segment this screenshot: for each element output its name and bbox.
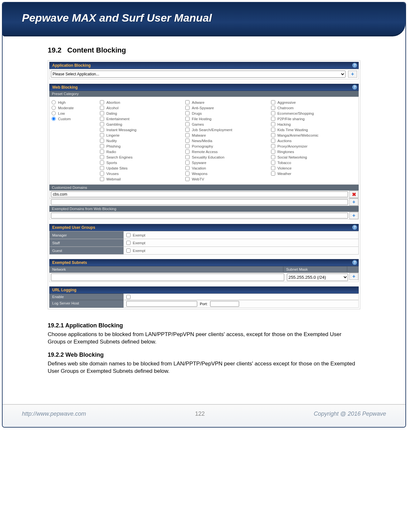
category-option[interactable]: Weather: [271, 171, 356, 176]
section-number: 19.2: [48, 46, 62, 54]
category-option[interactable]: Anti-Spyware: [185, 105, 271, 111]
category-option[interactable]: Hacking: [271, 121, 356, 127]
category-option[interactable]: Aggressive: [271, 100, 356, 105]
remove-domain-button[interactable]: ✖: [349, 191, 358, 198]
category-option[interactable]: Games: [185, 121, 271, 127]
table-row: Staff Exempt: [50, 239, 359, 247]
panel-url-logging: URL Logging Enable Log Server Host Port:: [49, 286, 359, 308]
level-custom[interactable]: Custom: [52, 116, 100, 121]
subsection-1921-title: Application Blocking: [65, 322, 123, 329]
category-option[interactable]: Entertainment: [100, 116, 185, 121]
category-option[interactable]: File Hosting: [185, 116, 271, 121]
category-option[interactable]: Violence: [271, 165, 356, 171]
category-option[interactable]: Adware: [185, 100, 271, 105]
panel-header-exempt-subnets: Exempted Subnets ?: [49, 259, 359, 266]
enable-cell: [123, 294, 359, 300]
table-row: Manager Exempt: [50, 231, 359, 239]
category-option[interactable]: Abortion: [100, 100, 185, 105]
panel-exempt-subnets: Exempted Subnets ? Network Subnet Mask 2…: [49, 259, 359, 282]
category-option[interactable]: Lingerie: [100, 132, 185, 138]
subsection-1922-body: Defines web site domain names to be bloc…: [48, 360, 360, 375]
exempt-staff[interactable]: Exempt: [126, 240, 356, 246]
exempt-guest[interactable]: Exempt: [126, 248, 356, 253]
category-option[interactable]: Vacation: [185, 165, 271, 171]
panel-header-url-logging: URL Logging: [49, 286, 359, 294]
exempted-domain-input[interactable]: [51, 213, 348, 218]
preset-levels-col: High Moderate Low Custom: [52, 100, 100, 182]
footer-url[interactable]: http://www.pepwave.com: [22, 411, 86, 417]
add-subnet-button[interactable]: +: [349, 273, 358, 280]
enable-checkbox[interactable]: [126, 295, 131, 299]
level-low[interactable]: Low: [52, 111, 100, 116]
category-option[interactable]: Viruses: [100, 171, 185, 176]
subnet-input-row: 255.255.255.0 (/24) +: [49, 273, 359, 282]
category-option[interactable]: Weapons: [185, 171, 271, 176]
category-option[interactable]: Search Engines: [100, 154, 185, 160]
category-option[interactable]: Instant Messaging: [100, 127, 185, 132]
panel-title-text: Application Blocking: [52, 63, 91, 68]
section-heading: 19.2 Content Blocking: [48, 46, 360, 54]
category-option[interactable]: Phishing: [100, 143, 185, 149]
category-option[interactable]: Chatroom: [271, 105, 356, 111]
category-option[interactable]: Manga/Anime/Webcomic: [271, 132, 356, 138]
exempted-domains-label: Exempted Domains from Web Blocking: [49, 206, 359, 212]
network-col-header: Network: [49, 266, 283, 273]
category-option[interactable]: Ringtones: [271, 149, 356, 154]
category-option[interactable]: Spyware: [185, 160, 271, 165]
category-option[interactable]: Drugs: [185, 111, 271, 116]
category-option[interactable]: Tobacco: [271, 160, 356, 165]
help-icon[interactable]: ?: [352, 260, 357, 265]
help-icon[interactable]: ?: [352, 85, 357, 90]
custom-domain-input[interactable]: [51, 191, 348, 197]
page-frame: Pepwave MAX and Surf User Manual 19.2 Co…: [2, 2, 406, 428]
category-option[interactable]: Job Search/Employment: [185, 127, 271, 132]
category-grid: AbortionAlcoholDatingEntertainmentGambli…: [100, 100, 356, 182]
port-input[interactable]: [210, 301, 239, 307]
help-icon[interactable]: ?: [352, 225, 357, 230]
category-option[interactable]: Ecommerce/Shopping: [271, 111, 356, 116]
category-option[interactable]: Sports: [100, 160, 185, 165]
network-input[interactable]: [51, 274, 284, 281]
category-option[interactable]: Radio: [100, 149, 185, 154]
category-option[interactable]: Proxy/Anonymizer: [271, 143, 356, 149]
category-option[interactable]: News/Media: [185, 138, 271, 143]
add-exempted-domain-button[interactable]: +: [349, 212, 358, 219]
host-input[interactable]: [126, 301, 197, 307]
add-domain-button[interactable]: +: [349, 198, 358, 206]
category-option[interactable]: Malware: [185, 132, 271, 138]
category-option[interactable]: Nudity: [100, 138, 185, 143]
add-app-button[interactable]: +: [348, 71, 357, 78]
category-option[interactable]: Webmail: [100, 176, 185, 182]
config-screenshot: Application Blocking ? Please Select App…: [48, 60, 360, 309]
category-option[interactable]: Kids Time Wasting: [271, 127, 356, 132]
category-option[interactable]: WebTV: [185, 176, 271, 182]
category-option[interactable]: Update Sites: [100, 165, 185, 171]
app-select[interactable]: Please Select Application...: [51, 71, 345, 78]
panel-header-app-blocking: Application Blocking ?: [49, 62, 359, 69]
category-option[interactable]: Pornography: [185, 143, 271, 149]
panel-header-web-blocking: Web Blocking ?: [49, 84, 359, 91]
subsection-1921-num: 19.2.1: [48, 322, 64, 329]
custom-domain-input-new[interactable]: [51, 199, 348, 205]
preset-category-label: Preset Category: [49, 91, 359, 97]
exempted-domain-row: +: [49, 212, 359, 219]
category-option[interactable]: Remote Access: [185, 149, 271, 154]
subsection-1922-num: 19.2.2: [48, 352, 64, 358]
exempt-manager[interactable]: Exempt: [126, 232, 356, 238]
mask-select[interactable]: 255.255.255.0 (/24): [287, 274, 348, 281]
category-option[interactable]: Gambling: [100, 121, 185, 127]
help-icon[interactable]: ?: [352, 63, 357, 68]
category-option[interactable]: Social Networking: [271, 154, 356, 160]
category-option[interactable]: Auctions: [271, 138, 356, 143]
category-option[interactable]: Dating: [100, 111, 185, 116]
level-high[interactable]: High: [52, 100, 100, 105]
group-staff-cell: Exempt: [124, 239, 359, 247]
panel-app-blocking: Application Blocking ? Please Select App…: [49, 62, 359, 79]
category-option[interactable]: P2P/File sharing: [271, 116, 356, 121]
category-option[interactable]: Sexuality Education: [185, 154, 271, 160]
level-moderate[interactable]: Moderate: [52, 105, 100, 111]
panel-exempt-groups: Exempted User Groups ? Manager Exempt St…: [49, 224, 359, 255]
table-row: Guest Exempt: [50, 247, 359, 255]
log-host-row: Log Server Host Port:: [49, 300, 359, 308]
category-option[interactable]: Alcohol: [100, 105, 185, 111]
